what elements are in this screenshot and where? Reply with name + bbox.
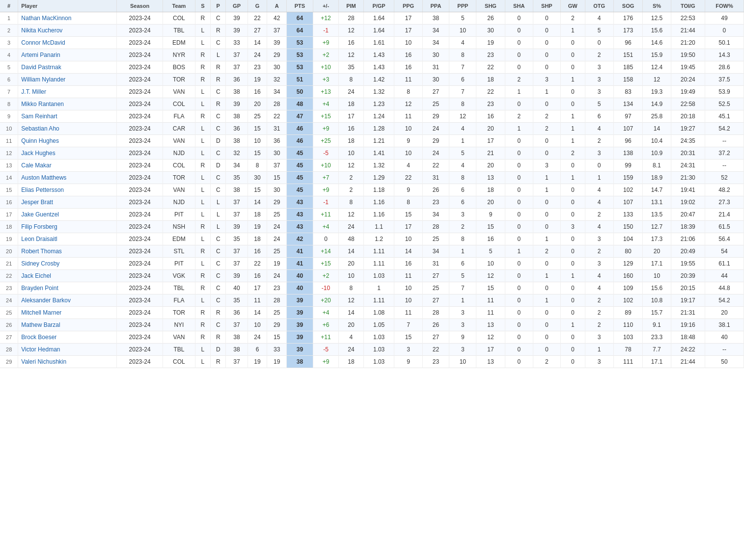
cell-3-24: 14.3 (705, 49, 744, 61)
cell-9-3: CAR (163, 123, 195, 135)
col-pim: PIM (339, 0, 364, 12)
cell-2-11: 16 (339, 37, 364, 49)
cell-21-5: C (211, 270, 226, 282)
cell-19-20: 2 (585, 245, 613, 258)
cell-18-10: 0 (313, 233, 338, 245)
cell-20-6: 37 (226, 258, 248, 270)
cell-17-9: 43 (286, 221, 313, 233)
cell-22-17: 0 (505, 282, 533, 294)
cell-18-3: EDM (163, 233, 195, 245)
cell-21-17: 0 (505, 270, 533, 282)
cell-21-22: 10 (643, 270, 671, 282)
cell-20-14: 31 (422, 258, 449, 270)
cell-7-9: 48 (286, 98, 313, 110)
cell-10-20: 2 (585, 135, 613, 147)
table-row: 7J.T. Miller2023-24VANLC38163450+13241.3… (0, 86, 744, 98)
cell-23-10: +20 (313, 294, 338, 307)
cell-6-15: 7 (449, 86, 476, 98)
cell-26-23: 18:48 (671, 331, 705, 344)
cell-7-20: 5 (585, 98, 613, 110)
cell-12-5: D (211, 160, 226, 172)
cell-6-3: VAN (163, 86, 195, 98)
cell-13-3: TOR (163, 172, 195, 184)
cell-17-24: 61.5 (705, 221, 744, 233)
table-row: 29Valeri Nichushkin2023-24COLLR37191938+… (0, 356, 744, 368)
cell-20-3: PIT (163, 258, 195, 270)
cell-15-17: 0 (505, 196, 533, 209)
cell-13-2: 2023-24 (117, 172, 163, 184)
cell-15-7: 14 (248, 196, 267, 209)
cell-20-8: 19 (267, 258, 287, 270)
cell-15-20: 4 (585, 196, 613, 209)
cell-0-18: 0 (533, 12, 560, 25)
cell-15-24: 27.3 (705, 196, 744, 209)
cell-8-5: C (211, 110, 226, 123)
cell-25-22: 9.1 (643, 319, 671, 331)
cell-17-12: 1.1 (363, 221, 394, 233)
cell-23-24: 54.2 (705, 294, 744, 307)
cell-23-21: 102 (613, 294, 642, 307)
cell-8-21: 97 (613, 110, 642, 123)
cell-23-5: C (211, 294, 226, 307)
cell-18-15: 8 (449, 233, 476, 245)
cell-21-23: 20:39 (671, 270, 705, 282)
cell-20-15: 6 (449, 258, 476, 270)
cell-20-16: 10 (476, 258, 505, 270)
cell-19-0: 20 (0, 245, 18, 258)
cell-23-9: 39 (286, 294, 313, 307)
cell-16-15: 3 (449, 209, 476, 221)
cell-11-10: -5 (313, 147, 338, 160)
cell-3-17: 0 (505, 49, 533, 61)
cell-20-23: 19:55 (671, 258, 705, 270)
cell-15-21: 107 (613, 196, 642, 209)
cell-8-24: 45.1 (705, 110, 744, 123)
cell-8-8: 22 (267, 110, 287, 123)
cell-9-23: 19:27 (671, 123, 705, 135)
cell-24-3: TOR (163, 307, 195, 319)
cell-11-3: NJD (163, 147, 195, 160)
cell-24-1: Mitchell Marner (18, 307, 117, 319)
cell-0-21: 176 (613, 12, 642, 25)
cell-23-15: 1 (449, 294, 476, 307)
cell-28-5: R (211, 356, 226, 368)
cell-6-23: 19:49 (671, 86, 705, 98)
cell-8-23: 20:18 (671, 110, 705, 123)
cell-15-5: L (211, 196, 226, 209)
cell-14-7: 15 (248, 184, 267, 196)
cell-28-22: 17.1 (643, 356, 671, 368)
cell-15-19: 0 (560, 196, 585, 209)
cell-22-8: 23 (267, 282, 287, 294)
cell-14-24: 48.2 (705, 184, 744, 196)
cell-25-21: 110 (613, 319, 642, 331)
cell-14-3: VAN (163, 184, 195, 196)
cell-26-17: 0 (505, 331, 533, 344)
cell-22-23: 20:15 (671, 282, 705, 294)
cell-6-14: 27 (422, 86, 449, 98)
cell-12-14: 22 (422, 160, 449, 172)
cell-19-7: 16 (248, 245, 267, 258)
cell-27-7: 6 (248, 344, 267, 356)
cell-5-8: 32 (267, 74, 287, 86)
cell-0-19: 2 (560, 12, 585, 25)
cell-15-13: 8 (394, 196, 422, 209)
cell-28-4: L (195, 356, 210, 368)
cell-24-7: 14 (248, 307, 267, 319)
col-toig: TOI/G (671, 0, 705, 12)
cell-10-21: 96 (613, 135, 642, 147)
cell-27-15: 3 (449, 344, 476, 356)
cell-5-6: 36 (226, 74, 248, 86)
cell-28-14: 23 (422, 356, 449, 368)
cell-26-7: 24 (248, 331, 267, 344)
cell-16-13: 15 (394, 209, 422, 221)
cell-22-7: 17 (248, 282, 267, 294)
cell-26-12: 1.03 (363, 331, 394, 344)
cell-25-16: 13 (476, 319, 505, 331)
cell-22-12: 1 (363, 282, 394, 294)
cell-20-21: 129 (613, 258, 642, 270)
cell-4-17: 0 (505, 61, 533, 74)
cell-7-10: +4 (313, 98, 338, 110)
cell-28-8: 19 (267, 356, 287, 368)
cell-16-5: L (211, 209, 226, 221)
cell-5-10: +3 (313, 74, 338, 86)
cell-27-20: 1 (585, 344, 613, 356)
